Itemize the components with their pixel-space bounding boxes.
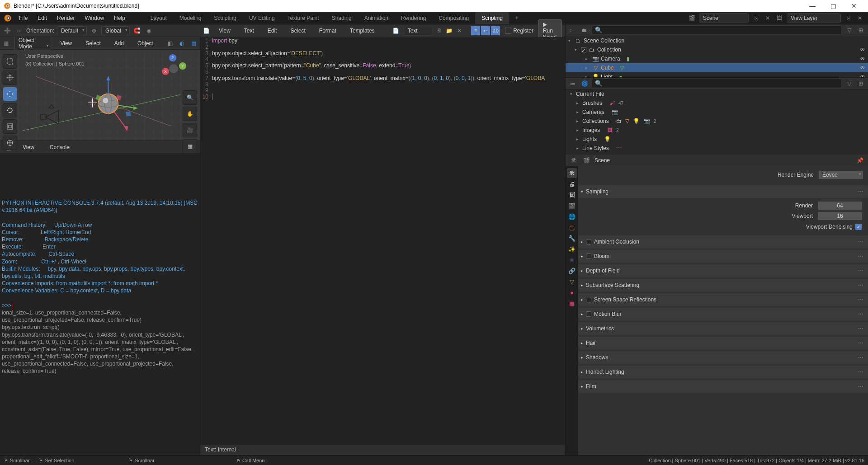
xray-icon[interactable]: ▦ xyxy=(190,39,197,48)
ptab-object[interactable]: ▢ xyxy=(567,222,577,232)
mode-dropdown[interactable]: Object Mode xyxy=(14,36,52,51)
ptab-scene[interactable]: 🎬 xyxy=(567,201,577,211)
scene-selector[interactable]: Scene xyxy=(699,13,749,23)
outliner-item-cube[interactable]: ▸▽Cube▽ 👁 xyxy=(566,63,868,72)
scene-browse-icon[interactable]: 🎬 xyxy=(687,14,696,23)
panel-volumetrics[interactable]: ▸Volumetrics⋯ xyxy=(578,322,868,335)
ed-menu-select[interactable]: Select xyxy=(286,26,310,36)
viewport-samples-value[interactable]: 16 xyxy=(817,211,863,221)
tool-select-box[interactable] xyxy=(3,54,17,69)
ptab-viewlayer[interactable]: 🖼 xyxy=(567,190,577,200)
tool-rotate[interactable] xyxy=(3,103,17,117)
tab-texture-paint[interactable]: Texture Paint xyxy=(281,12,326,24)
menu-render[interactable]: Render xyxy=(52,13,79,23)
transform-gizmo-toggle[interactable]: ↔ xyxy=(14,26,24,35)
console-menu-view[interactable]: View xyxy=(18,142,39,152)
panel-options-icon[interactable]: ⋯ xyxy=(856,187,865,196)
outliner-new-collection[interactable]: ⊞ xyxy=(856,26,865,35)
ptab-output[interactable]: 🖨 xyxy=(567,179,577,189)
ptab-material[interactable]: ● xyxy=(567,287,577,297)
tool-scale[interactable] xyxy=(3,119,17,134)
bloom-checkbox[interactable] xyxy=(586,254,591,259)
panel-ssr[interactable]: ▸Screen Space Reflections⋯ xyxy=(578,293,868,306)
outliner2-type-icon[interactable]: ≔ xyxy=(568,79,577,88)
properties-context-icon[interactable]: 🎬 xyxy=(582,156,591,165)
viewlayer-new-button[interactable]: ⎘ xyxy=(844,14,853,23)
vp-menu-view[interactable]: View xyxy=(56,38,76,48)
text-new-button[interactable]: ⎘ xyxy=(437,26,441,35)
menu-help[interactable]: Help xyxy=(109,13,130,23)
code-content[interactable]: import bpy bpy.ops.object.select_all(act… xyxy=(210,37,565,444)
tab-scripting[interactable]: Scripting xyxy=(475,12,509,24)
visibility-icon[interactable]: 👁 xyxy=(860,56,865,62)
console-menu-console[interactable]: Console xyxy=(45,142,74,152)
ssr-checkbox[interactable] xyxy=(586,297,591,302)
ptab-world[interactable]: 🌐 xyxy=(567,211,577,221)
viewport-denoising-checkbox[interactable]: ✓ xyxy=(855,224,862,230)
tab-rendering[interactable]: Rendering xyxy=(395,12,432,24)
vp-menu-add[interactable]: Add xyxy=(110,38,128,48)
outliner-search[interactable] xyxy=(592,25,842,35)
cf-lights[interactable]: ▸Lights💡 xyxy=(566,135,868,144)
visibility-icon[interactable]: 👁 xyxy=(860,47,865,53)
ed-menu-view[interactable]: View xyxy=(214,26,235,36)
panel-motion-blur[interactable]: ▸Motion Blur⋯ xyxy=(578,308,868,320)
text-unlink-button[interactable]: ✕ xyxy=(457,26,462,35)
nav-perspective-button[interactable]: ▦ xyxy=(183,139,197,154)
outliner-filter-icon[interactable]: ▽ xyxy=(844,26,854,35)
scene-delete-button[interactable]: ✕ xyxy=(763,14,772,23)
ptab-constraints[interactable]: 🔗 xyxy=(567,266,577,276)
outliner-collection[interactable]: ▾✓🗀Collection 👁 xyxy=(566,45,868,54)
editor-type-icon[interactable]: ➕ xyxy=(3,26,12,35)
outliner2-display-mode[interactable]: 🌀 xyxy=(580,79,589,88)
outliner-type-icon[interactable]: ≔ xyxy=(568,26,577,35)
menu-edit[interactable]: Edit xyxy=(33,13,52,23)
pivot-icon[interactable]: ⊕ xyxy=(90,26,99,35)
toggle-syntax-highlight[interactable]: ab xyxy=(491,26,500,36)
tab-uv-editing[interactable]: UV Editing xyxy=(243,12,281,24)
toggle-line-numbers[interactable]: ≡ xyxy=(471,26,481,36)
tab-modeling[interactable]: Modeling xyxy=(173,12,208,24)
window-maximize-button[interactable]: ▢ xyxy=(823,2,844,9)
pin-icon[interactable]: 📌 xyxy=(855,156,864,165)
outliner-display-mode[interactable]: 🖿 xyxy=(580,26,589,35)
currentfile-header[interactable]: ▾Current File xyxy=(566,89,868,99)
panel-bloom[interactable]: ▸Bloom⋯ xyxy=(578,250,868,263)
outliner2-filter-icon[interactable]: ▽ xyxy=(844,79,854,88)
tab-layout[interactable]: Layout xyxy=(144,12,173,24)
collection-checkbox[interactable]: ✓ xyxy=(581,47,586,52)
ptab-texture[interactable]: ▦ xyxy=(567,298,577,308)
viewlayer-browse-icon[interactable]: 🖼 xyxy=(775,14,784,23)
ptab-particles[interactable]: ✨ xyxy=(567,244,577,254)
text-editor-area[interactable]: 1 2 3 4 5 6 7 8 9 10 import bpy bpy.ops.… xyxy=(200,37,565,444)
tab-sculpting[interactable]: Sculpting xyxy=(208,12,243,24)
tab-shading[interactable]: Shading xyxy=(326,12,358,24)
tab-add-workspace[interactable]: + xyxy=(509,12,525,24)
ptab-physics[interactable]: ⚛ xyxy=(567,255,577,265)
menu-file[interactable]: File xyxy=(14,13,32,23)
render-engine-dropdown[interactable]: Eevee xyxy=(818,170,863,179)
toggle-word-wrap[interactable]: ↩ xyxy=(481,26,491,36)
ed-menu-edit[interactable]: Edit xyxy=(263,26,282,36)
shading-icon[interactable]: ◐ xyxy=(178,39,185,48)
overlays-icon[interactable]: ◧ xyxy=(167,39,174,48)
panel-indirect-lighting[interactable]: ▸Indirect Lighting⋯ xyxy=(578,366,868,378)
python-console[interactable]: PYTHON INTERACTIVE CONSOLE 3.7.4 (defaul… xyxy=(0,154,200,455)
nav-zoom-button[interactable]: 🔍 xyxy=(183,90,197,105)
properties-type-icon[interactable]: 🛠 xyxy=(569,156,578,165)
cf-cameras[interactable]: ▸Cameras📷 xyxy=(566,108,868,117)
ptab-data[interactable]: ▽ xyxy=(567,277,577,287)
outliner2-options-icon[interactable]: ⊞ xyxy=(856,79,865,88)
panel-sampling[interactable]: ▾Sampling⋯ xyxy=(578,185,868,198)
viewlayer-delete-button[interactable]: ✕ xyxy=(855,14,864,23)
ptab-modifiers[interactable]: 🔧 xyxy=(567,233,577,243)
ptab-render[interactable]: 🛠 xyxy=(567,168,577,178)
visibility-icon[interactable]: 👁 xyxy=(860,65,865,71)
panel-shadows[interactable]: ▸Shadows⋯ xyxy=(578,351,868,364)
mb-checkbox[interactable] xyxy=(586,311,591,317)
panel-dof[interactable]: ▸Depth of Field⋯ xyxy=(578,264,868,277)
scene-new-button[interactable]: ⎘ xyxy=(751,14,760,23)
text-datablock-selector[interactable]: Text xyxy=(404,26,433,36)
ao-checkbox[interactable] xyxy=(586,239,591,244)
cf-brushes[interactable]: ▸Brushes🖌47 xyxy=(566,99,868,108)
